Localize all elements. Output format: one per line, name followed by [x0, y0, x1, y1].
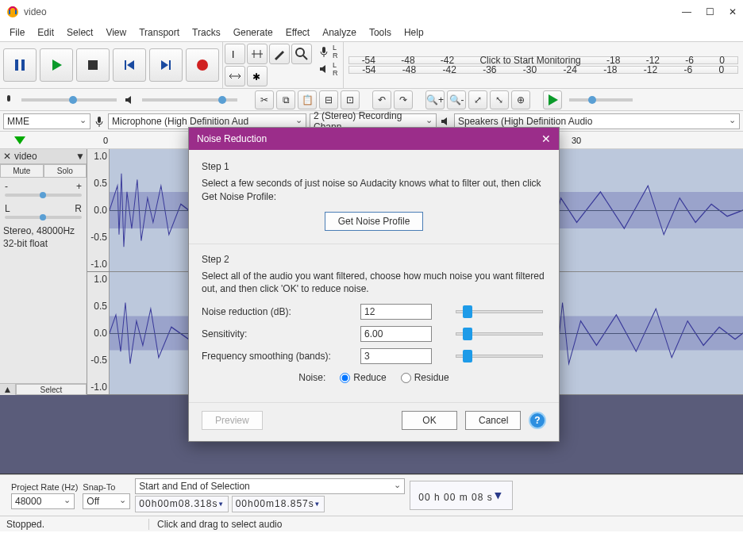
noise-reduction-dialog: Noise Reduction ✕ Step 1 Select a few se…	[188, 127, 560, 442]
pan-slider[interactable]: L R	[0, 200, 87, 222]
envelope-tool[interactable]	[247, 44, 268, 64]
menu-analyze[interactable]: Analyze	[322, 27, 356, 38]
pause-button[interactable]	[3, 48, 37, 82]
menu-file[interactable]: File	[10, 27, 25, 38]
menu-effect[interactable]: Effect	[286, 27, 310, 38]
speaker-icon	[440, 116, 451, 127]
selection-end-time[interactable]: 00h00m18.857s▾	[232, 496, 325, 512]
svg-marker-5	[52, 59, 62, 71]
zoom-tool[interactable]	[291, 44, 312, 64]
cancel-button[interactable]: Cancel	[465, 411, 521, 430]
reduce-radio[interactable]: Reduce	[340, 372, 386, 383]
copy-button[interactable]: ⧉	[276, 90, 295, 109]
audio-host-combo[interactable]: MME	[3, 113, 90, 129]
rec-volume-slider[interactable]	[21, 98, 117, 102]
svg-rect-18	[7, 95, 10, 102]
svg-marker-8	[127, 60, 134, 70]
timeshift-tool[interactable]	[225, 66, 245, 86]
audio-position-time[interactable]: 00 h 00 m 08 s▾	[410, 481, 513, 510]
mic-icon	[318, 46, 329, 57]
solo-button[interactable]: Solo	[44, 164, 87, 178]
fit-selection-button[interactable]: ⤢	[468, 90, 487, 109]
playback-speed-slider[interactable]	[569, 98, 633, 102]
project-rate-label: Project Rate (Hz)	[11, 482, 78, 492]
noise-reduction-input[interactable]	[360, 304, 432, 320]
track-close-button[interactable]: ✕	[2, 151, 13, 162]
get-noise-profile-button[interactable]: Get Noise Profile	[325, 212, 424, 231]
transport-toolbar: I ✱ LR LR -54-48-42Click to Start Monito…	[0, 41, 743, 89]
draw-tool[interactable]	[269, 44, 290, 64]
step2-heading: Step 2	[202, 254, 546, 265]
step1-heading: Step 1	[202, 161, 546, 172]
close-button[interactable]: ✕	[729, 6, 737, 17]
svg-rect-2	[15, 10, 17, 14]
meters: -54-48-42Click to Start Monitoring-18-12…	[344, 42, 744, 88]
menu-tools[interactable]: Tools	[369, 27, 391, 38]
gain-slider[interactable]: - +	[0, 178, 87, 200]
project-rate-combo[interactable]: 48000	[11, 493, 75, 509]
skip-end-button[interactable]	[149, 48, 183, 82]
frequency-smoothing-input[interactable]	[360, 348, 432, 364]
residue-radio[interactable]: Residue	[401, 372, 449, 383]
svg-point-13	[296, 48, 304, 56]
fit-project-button[interactable]: ⤡	[490, 90, 509, 109]
step1-text: Select a few seconds of just noise so Au…	[202, 177, 546, 204]
sensitivity-input[interactable]	[360, 326, 432, 342]
svg-rect-4	[21, 59, 25, 71]
stop-button[interactable]	[76, 48, 110, 82]
play-volume-slider[interactable]	[142, 98, 237, 102]
recording-meter[interactable]: -54-48-42Click to Start Monitoring-18-12…	[348, 56, 739, 64]
play-button[interactable]	[40, 48, 73, 82]
playback-meter[interactable]: -54-48-42-36-30-24-18-12-60	[348, 66, 739, 74]
selection-start-time[interactable]: 00h00m08.318s▾	[135, 496, 228, 512]
window-title: video	[24, 6, 682, 17]
menu-tracks[interactable]: Tracks	[192, 27, 221, 38]
zoom-toggle-button[interactable]: ⊕	[511, 90, 530, 109]
undo-button[interactable]: ↶	[372, 90, 391, 109]
cut-button[interactable]: ✂	[255, 90, 274, 109]
zoom-in-button[interactable]: 🔍+	[425, 90, 445, 109]
sensitivity-slider[interactable]	[456, 332, 543, 336]
selection-tool[interactable]: I	[225, 44, 245, 64]
menu-view[interactable]: View	[106, 27, 126, 38]
track-menu-button[interactable]: ▼	[75, 151, 85, 162]
record-button[interactable]	[186, 48, 219, 82]
collapse-button[interactable]: ▲	[0, 384, 16, 395]
zoom-out-button[interactable]: 🔍-	[447, 90, 466, 109]
noise-reduction-label: Noise reduction (dB):	[202, 306, 352, 317]
menu-generate[interactable]: Generate	[233, 27, 273, 38]
skip-start-button[interactable]	[113, 48, 146, 82]
ok-button[interactable]: OK	[402, 411, 457, 430]
trim-button[interactable]: ⊟	[319, 90, 338, 109]
track-control-panel: ✕ video ▼ Mute Solo - + L R Stereo, 4800…	[0, 149, 87, 395]
menu-help[interactable]: Help	[404, 27, 424, 38]
menu-edit[interactable]: Edit	[37, 27, 54, 38]
status-hint: Click and drag to select audio	[149, 519, 282, 530]
snap-to-combo[interactable]: Off	[83, 493, 130, 509]
multi-tool[interactable]: ✱	[247, 66, 268, 86]
noise-reduction-slider[interactable]	[456, 310, 543, 313]
step2-text: Select all of the audio you want filtere…	[202, 270, 546, 297]
dialog-close-button[interactable]: ✕	[541, 132, 551, 145]
dialog-title: Noise Reduction	[197, 133, 541, 144]
svg-rect-16	[322, 47, 325, 53]
selection-format-combo[interactable]: Start and End of Selection	[135, 478, 405, 494]
svg-line-14	[303, 56, 307, 59]
paste-button[interactable]: 📋	[298, 90, 317, 109]
svg-marker-17	[320, 65, 325, 73]
help-button[interactable]: ?	[529, 412, 546, 429]
minimize-button[interactable]: —	[682, 6, 691, 17]
frequency-smoothing-slider[interactable]	[456, 355, 543, 358]
maximize-button[interactable]: ☐	[706, 6, 714, 17]
preview-button[interactable]: Preview	[202, 411, 263, 430]
mic-icon	[94, 116, 105, 127]
menu-transport[interactable]: Transport	[139, 27, 179, 38]
mute-button[interactable]: Mute	[0, 164, 44, 178]
silence-button[interactable]: ⊡	[341, 90, 360, 109]
redo-button[interactable]: ↷	[394, 90, 413, 109]
play-at-speed-button[interactable]	[543, 90, 562, 109]
track-select-button[interactable]: Select	[16, 384, 87, 395]
timeline-tick: 30	[572, 136, 581, 145]
track-name[interactable]: video	[14, 151, 74, 162]
menu-select[interactable]: Select	[67, 27, 93, 38]
